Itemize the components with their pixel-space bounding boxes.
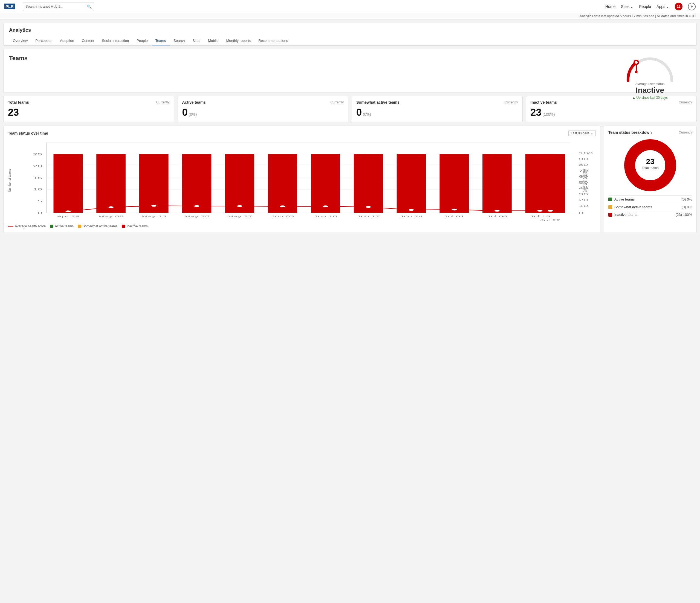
- breakdown-currently: Currently: [679, 130, 692, 134]
- chart-title: Team status over time: [8, 131, 48, 135]
- search-input[interactable]: [25, 4, 87, 8]
- svg-point-45: [151, 205, 157, 207]
- gauge-trend: ▲ Up since last 30 days: [620, 96, 680, 100]
- svg-point-52: [451, 208, 457, 211]
- svg-text:25: 25: [33, 153, 43, 156]
- svg-point-55: [547, 209, 554, 212]
- nav-sites[interactable]: Sites ⌄: [621, 4, 633, 9]
- tab-perception[interactable]: Perception: [31, 36, 56, 45]
- tab-recommendations[interactable]: Recommendations: [254, 36, 292, 45]
- svg-text:0: 0: [38, 211, 42, 215]
- legend-somewhat-active: Somewhat active teams: [78, 224, 117, 228]
- chart-header: Team status breakdown Currently: [608, 130, 692, 134]
- metric-header: Total teams Currently: [8, 100, 170, 104]
- metric-value: 23: [8, 107, 170, 118]
- tab-overview[interactable]: Overview: [9, 36, 31, 45]
- tab-monthly-reports[interactable]: Monthly reports: [222, 36, 254, 45]
- svg-point-44: [107, 206, 115, 208]
- metric-name: Somewhat active teams: [356, 100, 400, 104]
- bar-chart-svg: 0 5 10 15 20 25 0 10 20 30 40 50 60: [12, 140, 596, 222]
- metric-name: Total teams: [8, 100, 29, 104]
- svg-point-3: [635, 71, 638, 73]
- chevron-down-icon: ⌄: [666, 4, 669, 9]
- svg-rect-30: [53, 154, 83, 213]
- svg-point-47: [236, 205, 243, 207]
- legend-dot-icon: [50, 225, 53, 228]
- donut-label-somewhat-active: Somewhat active teams (0) 0%: [608, 203, 692, 211]
- donut-svg: 23 Total teams: [623, 138, 678, 193]
- metric-name: Inactive teams: [531, 100, 557, 104]
- svg-rect-34: [225, 154, 254, 213]
- svg-rect-40: [482, 154, 512, 213]
- tab-adoption[interactable]: Adoption: [56, 36, 78, 45]
- search-bar[interactable]: 🔍: [23, 2, 94, 11]
- bar-chart-area: Number of teams 0: [8, 140, 596, 222]
- tab-search[interactable]: Search: [170, 36, 189, 45]
- metric-currently: Currently: [679, 100, 692, 104]
- nav-people[interactable]: People: [639, 4, 651, 9]
- metric-number: 0: [182, 107, 188, 118]
- metric-card-active: Active teams Currently 0 (0%): [178, 96, 349, 122]
- legend-dot-icon: [78, 225, 81, 228]
- svg-text:100: 100: [578, 152, 593, 155]
- svg-text:90: 90: [578, 157, 588, 160]
- tab-content[interactable]: Content: [78, 36, 98, 45]
- nav-add-button[interactable]: +: [688, 3, 696, 10]
- metric-currently: Currently: [156, 100, 170, 104]
- svg-text:May 06: May 06: [98, 215, 124, 218]
- chevron-down-icon: ⌄: [630, 4, 633, 9]
- teams-card: Teams Average user status Inactive ▲ Up …: [3, 49, 697, 93]
- chart-filter-button[interactable]: Last 90 days ⌄: [568, 130, 596, 136]
- donut-label-active: Active teams (0) 0%: [608, 195, 692, 203]
- metric-card-somewhat-active: Somewhat active teams Currently 0 (0%): [352, 96, 523, 122]
- teams-title: Teams: [9, 55, 691, 62]
- inactive-pct: (23) 100%: [676, 212, 692, 217]
- svg-text:Average user score: Average user score: [581, 169, 590, 192]
- legend-active: Active teams: [50, 224, 74, 228]
- svg-text:Jul 22: Jul 22: [540, 219, 560, 222]
- svg-text:May 27: May 27: [227, 215, 253, 218]
- legend-line-icon: [8, 226, 14, 227]
- bar-chart-inner: 0 5 10 15 20 25 0 10 20 30 40 50 60: [12, 140, 596, 222]
- svg-point-54: [536, 209, 544, 212]
- metric-currently: Currently: [330, 100, 344, 104]
- somewhat-active-pct: (0) 0%: [682, 205, 692, 209]
- svg-text:Apr 29: Apr 29: [57, 215, 79, 218]
- svg-text:Jun 24: Jun 24: [400, 215, 423, 218]
- svg-rect-36: [311, 154, 340, 213]
- main-content: Analytics Overview Perception Adoption C…: [0, 20, 700, 236]
- tab-sites[interactable]: Sites: [189, 36, 204, 45]
- update-text: Analytics data last updated 5 hours 17 m…: [580, 14, 696, 18]
- svg-text:Jun 17: Jun 17: [357, 215, 380, 218]
- gauge-label-small: Average user status: [620, 82, 680, 86]
- svg-text:30: 30: [578, 193, 588, 196]
- svg-rect-38: [397, 154, 426, 213]
- metric-row: Total teams Currently 23 Active teams Cu…: [3, 96, 697, 122]
- metric-currently: Currently: [505, 100, 518, 104]
- svg-text:20: 20: [33, 165, 43, 168]
- svg-text:5: 5: [38, 200, 42, 203]
- tab-teams[interactable]: Teams: [152, 36, 170, 45]
- metric-header: Active teams Currently: [182, 100, 344, 104]
- update-bar: Analytics data last updated 5 hours 17 m…: [0, 13, 700, 20]
- analytics-title: Analytics: [9, 27, 691, 33]
- svg-text:Total teams: Total teams: [642, 166, 658, 170]
- logo: PLR: [4, 4, 17, 9]
- svg-text:Jun 03: Jun 03: [271, 215, 294, 218]
- active-color-icon: [608, 198, 612, 201]
- nav-apps[interactable]: Apps ⌄: [656, 4, 669, 9]
- metric-number: 0: [356, 107, 362, 118]
- breakdown-chart-title: Team status breakdown: [608, 130, 652, 134]
- svg-text:Jul 01: Jul 01: [444, 215, 465, 218]
- y-axis-left-label: Number of teams: [8, 140, 11, 222]
- tab-social-interaction[interactable]: Social interaction: [98, 36, 133, 45]
- metric-number: 23: [531, 107, 542, 118]
- nav-home[interactable]: Home: [605, 4, 616, 9]
- nav-avatar[interactable]: 12: [675, 3, 682, 10]
- tab-people[interactable]: People: [133, 36, 151, 45]
- tabs: Overview Perception Adoption Content Soc…: [4, 36, 696, 45]
- svg-text:15: 15: [33, 176, 43, 179]
- svg-text:80: 80: [578, 164, 588, 167]
- active-pct: (0) 0%: [682, 197, 692, 201]
- tab-mobile[interactable]: Mobile: [204, 36, 222, 45]
